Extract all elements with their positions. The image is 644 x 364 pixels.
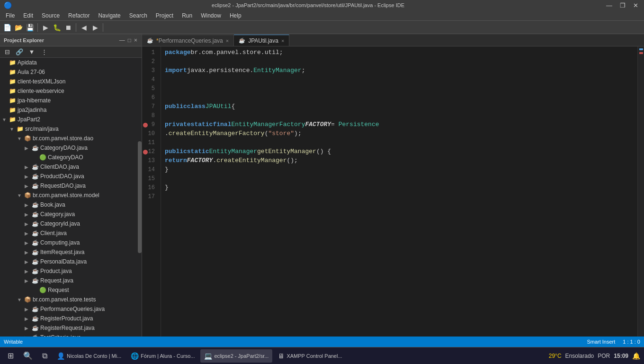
tree-item-12[interactable]: ▶☕ProductDAO.java — [0, 172, 142, 181]
tree-item-3[interactable]: 📁cliente-webservice — [0, 86, 142, 96]
toolbar-back-button[interactable]: ◀ — [79, 22, 89, 33]
taskbar-app-label-3: XAMPP Control Panel... — [286, 353, 342, 359]
tree-item-4[interactable]: 📁jpa-hibernate — [0, 96, 142, 105]
editor-tabs: ☕*PerformanceQueries.java×☕JPAUtil.java× — [142, 34, 644, 46]
code-line-2 — [165, 57, 634, 66]
tree-item-9[interactable]: ▶☕CategoryDAO.java — [0, 143, 142, 153]
toolbar-stop-button[interactable]: ⏹ — [63, 22, 73, 33]
close-button[interactable]: ✕ — [631, 2, 640, 9]
taskbar: ⊞ 🔍 ⧉ 👤Nicolas De Conto | Mi...🌐Fórum | … — [0, 347, 644, 364]
tree-item-6[interactable]: ▼📁JpaPart2 — [0, 115, 142, 124]
task-view-button[interactable]: ⧉ — [38, 349, 51, 363]
tree-label-20: ItemRequest.java — [40, 249, 84, 255]
toolbar-save-button[interactable]: 💾 — [25, 22, 35, 33]
tree-item-2[interactable]: 📁client-testXMLJson — [0, 77, 142, 86]
menu-item-edit[interactable]: Edit — [19, 11, 37, 20]
tree-item-10[interactable]: 🟢CategoryDAO — [0, 153, 142, 162]
taskbar-app-icon-1: 🌐 — [131, 352, 139, 360]
sidebar-minimize-button[interactable]: — — [119, 36, 125, 44]
editor-tab-0[interactable]: ☕*PerformanceQueries.java× — [142, 35, 234, 46]
notification-icon[interactable]: 🔔 — [632, 352, 640, 360]
code-editor[interactable]: package br.com.panvel.store.util;import … — [161, 46, 637, 337]
tree-item-5[interactable]: 📁jpa2jadinha — [0, 105, 142, 115]
menu-item-source[interactable]: Source — [38, 11, 63, 20]
taskbar-app-0[interactable]: 👤Nicolas De Conto | Mi... — [53, 349, 125, 363]
tab-close-button-0[interactable]: × — [226, 38, 229, 44]
sidebar-close-button[interactable]: × — [134, 36, 138, 44]
menu-item-refactor[interactable]: Refactor — [64, 11, 93, 20]
tree-item-7[interactable]: ▼📁src/main/java — [0, 124, 142, 134]
search-icon: 🔍 — [23, 351, 33, 360]
toolbar-debug-button[interactable]: 🐛 — [52, 22, 62, 33]
tree-icon-19: ☕ — [31, 239, 39, 246]
tree-item-24[interactable]: 🟢Request — [0, 285, 142, 295]
tree-arrow-16: ▶ — [25, 212, 31, 217]
menu-item-file[interactable]: File — [2, 11, 18, 20]
toolbar-open-button[interactable]: 📂 — [13, 22, 24, 33]
tree-arrow-6: ▼ — [2, 117, 9, 122]
taskbar-app-1[interactable]: 🌐Fórum | Alura - Curso... — [127, 349, 198, 363]
menu-item-project[interactable]: Project — [152, 11, 177, 20]
tree-item-17[interactable]: ▶☕CategoryId.java — [0, 219, 142, 228]
toolbar-forward-button[interactable]: ▶ — [90, 22, 100, 33]
tree-item-8[interactable]: ▼📦br.com.panvel.store.dao — [0, 134, 142, 143]
tree-item-29[interactable]: ▶☕TestCriteria.java — [0, 333, 142, 337]
tree-item-20[interactable]: ▶☕ItemRequest.java — [0, 247, 142, 257]
tree-arrow-9: ▶ — [25, 146, 31, 151]
menu-item-run[interactable]: Run — [178, 11, 196, 20]
menu-item-navigate[interactable]: Navigate — [94, 11, 124, 20]
tree-item-23[interactable]: ▶☕Request.java — [0, 276, 142, 285]
tree-item-0[interactable]: 📁Apidata — [0, 58, 142, 67]
tree-item-13[interactable]: ▶☕RequestDAO.java — [0, 181, 142, 191]
taskbar-app-3[interactable]: 🖥XAMPP Control Panel... — [274, 349, 346, 363]
tree-item-18[interactable]: ▶☕Client.java — [0, 228, 142, 238]
tree-item-14[interactable]: ▼📦br.com.panvel.store.model — [0, 191, 142, 200]
editor-tab-1[interactable]: ☕JPAUtil.java× — [234, 35, 289, 46]
toolbar-new-button[interactable]: 📄 — [2, 22, 12, 33]
tree-item-15[interactable]: ▶☕Book.java — [0, 200, 142, 209]
tree-label-25: br.com.panvel.store.tests — [33, 296, 96, 303]
tree-arrow-15: ▶ — [25, 202, 31, 208]
line-num-16: 16 — [142, 183, 159, 192]
collapse-all-button[interactable]: ⊟ — [2, 47, 12, 57]
tree-item-26[interactable]: ▶☕PerformanceQueries.java — [0, 304, 142, 314]
tree-item-22[interactable]: ▶☕Product.java — [0, 266, 142, 276]
search-button[interactable]: 🔍 — [19, 349, 36, 363]
tree-label-5: jpa2jadinha — [18, 107, 46, 113]
tree-icon-14: 📦 — [24, 191, 31, 199]
sidebar-scrollbar[interactable] — [138, 58, 142, 337]
tree-item-27[interactable]: ▶☕RegisterProduct.java — [0, 314, 142, 323]
tree-item-11[interactable]: ▶☕ClientDAO.java — [0, 162, 142, 172]
menu-item-help[interactable]: Help — [226, 11, 245, 20]
tree-icon-20: ☕ — [31, 248, 39, 256]
tab-close-button-1[interactable]: × — [281, 38, 284, 44]
taskbar-weather: Ensolarado — [565, 353, 594, 359]
start-button[interactable]: ⊞ — [4, 349, 18, 363]
tree-item-21[interactable]: ▶☕PersonalData.java — [0, 257, 142, 266]
menu-item-window[interactable]: Window — [197, 11, 225, 20]
maximize-button[interactable]: ❐ — [618, 2, 627, 9]
tree-item-25[interactable]: ▼📦br.com.panvel.store.tests — [0, 295, 142, 304]
tree-item-28[interactable]: ▶☕RegisterRequest.java — [0, 323, 142, 333]
view-menu-button[interactable]: ⋮ — [39, 47, 49, 57]
tab-file-icon-0: ☕ — [147, 37, 153, 44]
code-line-17 — [165, 192, 634, 201]
title-bar-icon: 🔵 — [4, 1, 12, 9]
tree-icon-23: ☕ — [31, 277, 39, 284]
filter-button[interactable]: ▼ — [27, 47, 37, 57]
taskbar-app-2[interactable]: 💻eclipse2 - JpaPart2/sr... — [200, 349, 272, 363]
menu-item-search[interactable]: Search — [125, 11, 151, 20]
link-editor-button[interactable]: 🔗 — [14, 47, 25, 57]
tree-label-9: CategoryDAO.java — [40, 145, 88, 151]
toolbar-separator-3 — [103, 23, 103, 32]
tree-item-1[interactable]: 📁Aula 27-06 — [0, 67, 142, 77]
tree-item-16[interactable]: ▶☕Category.java — [0, 209, 142, 219]
sidebar-maximize-button[interactable]: □ — [127, 36, 132, 44]
sidebar-scrollbar-thumb[interactable] — [138, 141, 142, 253]
tree-icon-10: 🟢 — [39, 154, 46, 161]
minimize-button[interactable]: — — [604, 2, 614, 9]
tree-item-19[interactable]: ▶☕Computing.java — [0, 238, 142, 247]
tree-arrow-19: ▶ — [25, 240, 31, 246]
tree-arrow-17: ▶ — [25, 221, 31, 227]
toolbar-run-button[interactable]: ▶ — [40, 22, 51, 33]
